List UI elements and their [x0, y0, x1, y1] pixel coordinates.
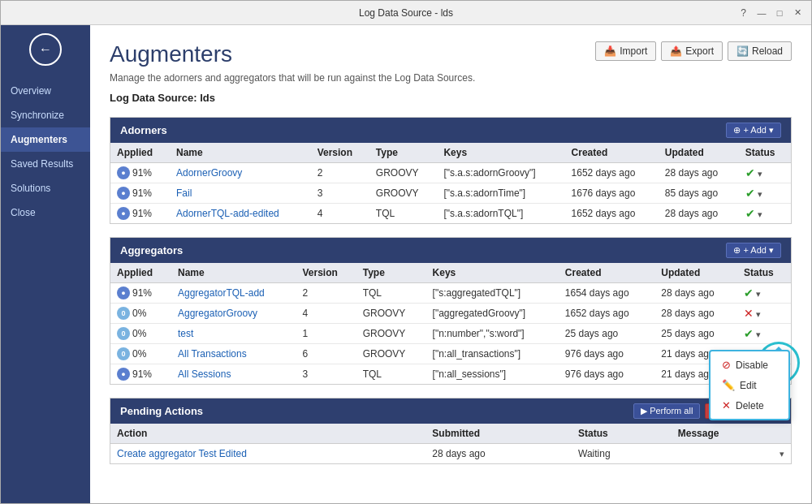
adorners-col-created: Created	[565, 143, 659, 163]
pending-col-action: Action	[110, 424, 425, 444]
aggregators-created-2: 25 days ago	[559, 324, 654, 344]
adorners-applied-1: ● 91%	[110, 183, 170, 204]
aggregators-name-4[interactable]: All Sessions	[171, 364, 296, 385]
aggregators-type-2: GROOVY	[356, 324, 426, 344]
aggregators-name-0[interactable]: AggregatorTQL-add	[171, 283, 296, 304]
adorners-keys-1: ["s.a.s:adornTime"]	[437, 183, 564, 204]
adorners-col-name: Name	[170, 143, 311, 163]
adorners-applied-2: ● 91%	[110, 204, 170, 224]
adorners-row: ● 91% AdornerGroovy 2 GROOVY ["s.a.s:ado…	[110, 163, 791, 183]
status-ok-icon: ✔	[744, 327, 754, 340]
status-dropdown-2[interactable]: ▾	[758, 209, 762, 219]
edit-icon: ✏️	[722, 379, 735, 391]
sidebar-item-saved-results[interactable]: Saved Results	[1, 152, 90, 176]
adorners-keys-2: ["s.a.s:adornTQL"]	[437, 204, 564, 224]
adorners-title: Adorners	[120, 124, 167, 136]
aggregators-keys-1: ["aggregatedGroovy"]	[426, 304, 559, 324]
sidebar-item-synchronize[interactable]: Synchronize	[1, 103, 90, 127]
adorners-header: Adorners ⊕ + Add ▾	[110, 118, 791, 143]
adorners-created-0: 1652 days ago	[565, 163, 659, 183]
sidebar-item-solutions[interactable]: Solutions	[1, 176, 90, 200]
aggregators-name-3[interactable]: All Transactions	[171, 344, 296, 364]
status-ok-icon: ✔	[745, 187, 755, 200]
perform-all-button[interactable]: ▶ Perform all	[633, 403, 700, 419]
aggregators-col-name: Name	[171, 263, 296, 283]
adorners-name-0[interactable]: AdornerGroovy	[170, 163, 311, 183]
pending-actions-table: Action Submitted Status Message Create a…	[110, 424, 791, 463]
status-ok-icon: ✔	[745, 166, 755, 179]
status-dropdown-agg-1[interactable]: ▾	[756, 309, 761, 319]
maximize-button[interactable]: □	[772, 6, 787, 20]
adorners-col-keys: Keys	[437, 143, 564, 163]
context-menu-disable[interactable]: ⊘ Disable	[710, 355, 788, 375]
window-controls: — □ ✕	[754, 6, 805, 20]
aggregators-type-1: GROOVY	[356, 304, 426, 324]
aggregators-status-2: ✔ ▾	[737, 324, 791, 344]
close-button[interactable]: ✕	[790, 6, 805, 20]
aggregators-col-applied: Applied	[110, 263, 171, 283]
sidebar-item-augmenters[interactable]: Augmenters	[1, 127, 90, 152]
context-menu: ⊘ Disable ✏️ Edit ✕ Delete	[709, 350, 790, 420]
page-subtitle: Manage the adorners and aggregators that…	[110, 72, 792, 84]
aggregators-name-2[interactable]: test	[171, 324, 296, 344]
adorners-col-applied: Applied	[110, 143, 170, 163]
aggregators-section: Aggregators ⊕ + Add ▾ Applied Name Versi…	[110, 237, 792, 385]
sidebar-item-close[interactable]: Close	[1, 200, 90, 225]
aggregators-name-1[interactable]: AggregatorGroovy	[171, 304, 296, 324]
sidebar-item-overview[interactable]: Overview	[1, 79, 90, 103]
adorners-updated-1: 85 days ago	[659, 183, 739, 204]
adorners-name-1[interactable]: Fail	[170, 183, 311, 204]
disable-icon: ⊘	[722, 359, 731, 371]
aggregators-header: Aggregators ⊕ + Add ▾	[110, 238, 791, 263]
aggregators-keys-0: ["s:aggregatedTQL"]	[426, 283, 559, 304]
status-dropdown-agg-2[interactable]: ▾	[756, 330, 761, 339]
aggregators-col-created: Created	[559, 263, 654, 283]
aggregators-row: 0 0% All Transactions 6 GROOVY ["n:all_t…	[110, 344, 791, 364]
pending-status-0: Waiting	[572, 444, 672, 464]
reload-button[interactable]: 🔄 Reload	[728, 41, 792, 61]
aggregators-add-button[interactable]: ⊕ + Add ▾	[726, 243, 781, 258]
pending-actions-section: Pending Actions ▶ Perform all ✕ Clear wa…	[110, 398, 792, 464]
aggregators-row: 0 0% test 1 GROOVY ["n:number","s:word"]…	[110, 324, 791, 344]
adorners-version-2: 4	[311, 204, 369, 224]
adorners-updated-0: 28 days ago	[659, 163, 739, 183]
aggregators-title: Aggregators	[120, 244, 183, 256]
adorners-name-2[interactable]: AdornerTQL-add-edited	[170, 204, 311, 224]
aggregators-col-version: Version	[296, 263, 356, 283]
adorners-status-2: ✔ ▾	[739, 204, 791, 224]
pending-col-submitted: Submitted	[425, 424, 572, 444]
export-button[interactable]: 📤 Export	[661, 41, 723, 61]
adorners-add-button[interactable]: ⊕ + Add ▾	[726, 123, 781, 138]
aggregators-row: 0 0% AggregatorGroovy 4 GROOVY ["aggrega…	[110, 304, 791, 324]
pending-message-0: ▾	[672, 444, 791, 464]
adorners-version-1: 3	[311, 183, 369, 204]
aggregators-type-0: TQL	[356, 283, 426, 304]
pending-action-0: Create aggregator Test Edited	[110, 444, 425, 464]
aggregators-keys-4: ["n:all_sessions"]	[426, 364, 559, 385]
aggregators-created-0: 1654 days ago	[559, 283, 654, 304]
import-button[interactable]: 📥 Import	[595, 41, 656, 61]
aggregators-keys-3: ["n:all_transactions"]	[426, 344, 559, 364]
adorners-version-0: 2	[311, 163, 369, 183]
adorners-col-version: Version	[311, 143, 369, 163]
pending-col-status: Status	[572, 424, 672, 444]
context-menu-edit[interactable]: ✏️ Edit	[710, 375, 788, 395]
aggregators-version-2: 1	[296, 324, 356, 344]
adorners-type-2: TQL	[369, 204, 438, 224]
help-button[interactable]: ?	[741, 7, 746, 19]
adorners-col-updated: Updated	[659, 143, 739, 163]
adorners-created-1: 1676 days ago	[565, 183, 659, 204]
context-menu-delete[interactable]: ✕ Delete	[710, 395, 788, 416]
back-button[interactable]: ←	[29, 33, 62, 66]
status-dropdown-agg-0[interactable]: ▾	[756, 289, 761, 299]
aggregators-keys-2: ["n:number","s:word"]	[426, 324, 559, 344]
status-dropdown-0[interactable]: ▾	[758, 169, 762, 179]
status-dropdown-1[interactable]: ▾	[758, 189, 762, 199]
aggregators-row: ● 91% All Sessions 3 TQL ["n:all_session…	[110, 364, 791, 385]
aggregators-applied-0: ● 91%	[110, 283, 171, 304]
pending-dropdown-0[interactable]: ▾	[780, 449, 784, 459]
minimize-button[interactable]: —	[754, 6, 769, 20]
status-err-icon: ✕	[744, 307, 754, 320]
status-ok-icon: ✔	[745, 207, 755, 220]
aggregators-updated-1: 28 days ago	[654, 304, 737, 324]
